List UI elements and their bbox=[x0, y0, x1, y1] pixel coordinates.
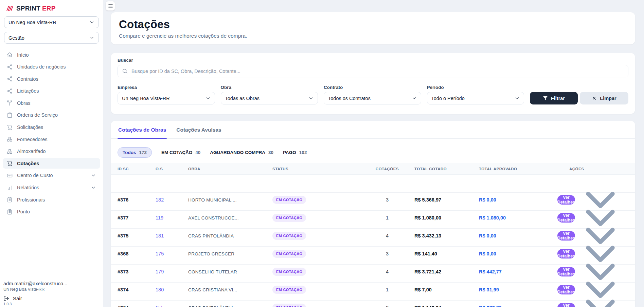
table-body: #376 182 HORTO MUNICIPAL ... EM COTAÇÃO … bbox=[111, 175, 635, 307]
status-filter-em-cotacao[interactable]: EM COTAÇÃO40 bbox=[161, 150, 200, 155]
funnel-icon bbox=[543, 96, 548, 101]
sidebar-item-solicitacoes[interactable]: Solicitações bbox=[3, 122, 100, 133]
empresa-select[interactable]: Un Neg Boa Vista-RR bbox=[118, 92, 215, 104]
row-os-link[interactable]: 181 bbox=[156, 233, 188, 238]
sidebar-footer: adm.matriz@axelconstruco... Un Neg Boa V… bbox=[3, 281, 100, 306]
row-os-link[interactable]: 180 bbox=[156, 287, 188, 292]
sidebar-item-almoxarifado[interactable]: Almoxarifado bbox=[3, 146, 100, 157]
col-total-aprovado: TOTAL APROVADO bbox=[479, 167, 545, 171]
status-badge: EM COTAÇÃO bbox=[272, 232, 306, 240]
row-total-cotado: R$ 3.432,13 bbox=[414, 233, 479, 238]
status-filter-todos[interactable]: Todos172 bbox=[118, 147, 152, 158]
contrato-select[interactable]: Todos os Contratos bbox=[324, 92, 421, 104]
home-icon bbox=[7, 52, 13, 58]
row-total-aprovado: R$ 373,80 bbox=[479, 305, 545, 307]
col-id-sc: ID SC bbox=[118, 167, 156, 171]
sidebar-item-ordens-de-servico[interactable]: Ordens de Serviço bbox=[3, 110, 100, 120]
row-os-link[interactable]: 175 bbox=[156, 251, 188, 256]
sidebar-item-inicio[interactable]: Início bbox=[3, 50, 100, 60]
status-badge: EM COTAÇÃO bbox=[272, 268, 306, 276]
sidebar-toggle-button[interactable] bbox=[106, 1, 115, 11]
filters-card: Buscar Empresa Un Neg Boa Vista-RR Obra … bbox=[111, 53, 635, 114]
page-title: Cotações bbox=[119, 18, 627, 31]
chevron-down-icon bbox=[308, 96, 314, 101]
sidebar-item-cotacoes[interactable]: Cotações bbox=[3, 158, 100, 169]
expand-row-button[interactable] bbox=[575, 301, 626, 307]
app-logo: SPRINTERP bbox=[0, 0, 103, 13]
sidebar-item-centro-de-custo[interactable]: Centro de Custo bbox=[3, 170, 100, 181]
page-subtitle: Compare e gerencie as melhores cotações … bbox=[119, 33, 627, 39]
row-id-sc: #376 bbox=[118, 197, 156, 203]
search-input[interactable] bbox=[118, 65, 628, 77]
col-cotacoes: COTAÇÕES bbox=[360, 167, 414, 171]
row-total-cotado: R$ 141,40 bbox=[414, 251, 479, 256]
row-total-cotado: R$ 7,00 bbox=[414, 287, 479, 292]
row-os-link[interactable]: 182 bbox=[156, 197, 188, 203]
row-total-aprovado: R$ 31,99 bbox=[479, 287, 545, 292]
chevron-down-icon bbox=[412, 96, 417, 101]
tab-bar: Cotações de Obras Cotações Avulsas bbox=[111, 121, 635, 139]
row-obra: AXEL CONSTRUCOE... bbox=[188, 215, 272, 220]
boxes-icon bbox=[7, 149, 13, 154]
status-filter-pago[interactable]: PAGO102 bbox=[283, 150, 307, 155]
row-cotacoes-count: 3 bbox=[360, 251, 414, 256]
limpar-button[interactable]: Limpar bbox=[580, 92, 628, 104]
x-icon bbox=[592, 96, 597, 101]
obra-select[interactable]: Todas as Obras bbox=[221, 92, 318, 104]
empresa-label: Empresa bbox=[118, 85, 215, 90]
col-status: STATUS bbox=[272, 167, 360, 171]
periodo-label: Período bbox=[427, 85, 524, 90]
row-cotacoes-count: 3 bbox=[360, 197, 414, 203]
network-icon bbox=[7, 88, 13, 94]
sidebar-item-unidades-de-negocios[interactable]: Unidades de negócios bbox=[3, 62, 100, 72]
sidebar-item-licitacoes[interactable]: Licitações bbox=[3, 86, 100, 96]
table-row: #376 182 HORTO MUNICIPAL ... EM COTAÇÃO … bbox=[111, 175, 635, 193]
row-id-sc: #375 bbox=[118, 233, 156, 238]
row-id-sc: #377 bbox=[118, 215, 156, 220]
row-obra: CRAS CRISTIANA VI... bbox=[188, 287, 272, 292]
logo-slashes-icon bbox=[6, 4, 14, 13]
row-os-link[interactable]: 179 bbox=[156, 269, 188, 274]
tab-cotacoes-avulsas[interactable]: Cotações Avulsas bbox=[176, 127, 222, 138]
business-unit-select[interactable]: Un Neg Boa Vista-RR bbox=[4, 16, 99, 28]
row-cotacoes-count: 4 bbox=[360, 269, 414, 274]
row-total-aprovado: R$ 0,00 bbox=[479, 233, 545, 238]
row-total-cotado: R$ 5.366,97 bbox=[414, 197, 479, 203]
row-id-sc: #373 bbox=[118, 269, 156, 274]
row-os-link[interactable]: 155 bbox=[156, 305, 188, 307]
banknote-icon bbox=[7, 173, 13, 178]
hamburger-menu-icon bbox=[108, 3, 113, 8]
logout-icon bbox=[3, 295, 9, 301]
status-filter-aguardando-compra[interactable]: AGUARDANDO COMPRA30 bbox=[210, 150, 273, 155]
module-select[interactable]: Gestão bbox=[4, 32, 99, 44]
cart-icon bbox=[7, 160, 13, 166]
sidebar-item-ponto[interactable]: Ponto bbox=[3, 207, 100, 217]
sidebar-item-contratos[interactable]: Contratos bbox=[3, 74, 100, 84]
obra-label: Obra bbox=[221, 85, 318, 90]
status-badge: EM COTAÇÃO bbox=[272, 196, 306, 204]
status-badge: EM COTAÇÃO bbox=[272, 214, 306, 222]
row-cotacoes-count: 3 bbox=[360, 305, 414, 307]
filtrar-button[interactable]: Filtrar bbox=[530, 92, 578, 104]
row-total-cotado: R$ 3.721,42 bbox=[414, 269, 479, 274]
sidebar-item-fornecedores[interactable]: Fornecedores bbox=[3, 134, 100, 145]
cart-icon bbox=[7, 124, 13, 130]
tab-cotacoes-de-obras[interactable]: Cotações de Obras bbox=[118, 127, 167, 138]
table-header: ID SC O.S OBRA STATUS COTAÇÕES TOTAL COT… bbox=[111, 163, 635, 175]
chevron-down-icon bbox=[205, 96, 211, 101]
row-os-link[interactable]: 119 bbox=[156, 215, 188, 220]
sidebar-item-obras[interactable]: Obras bbox=[3, 98, 100, 108]
row-obra: CONSELHO TUTELAR bbox=[188, 269, 272, 274]
clipboard-icon bbox=[7, 112, 13, 118]
bar-chart-icon bbox=[7, 185, 13, 191]
col-os: O.S bbox=[156, 167, 188, 171]
periodo-select[interactable]: Todo o Período bbox=[427, 92, 524, 104]
sidebar-item-relatorios[interactable]: Relatórios bbox=[3, 183, 100, 193]
network-icon bbox=[7, 76, 13, 82]
row-id-sc: #368 bbox=[118, 251, 156, 256]
split-icon bbox=[7, 100, 13, 106]
row-cotacoes-count: 1 bbox=[360, 287, 414, 292]
chevron-down-icon bbox=[89, 20, 94, 25]
sidebar-item-profissionais[interactable]: Profissionais bbox=[3, 194, 100, 205]
logout-button[interactable]: Sair bbox=[3, 295, 100, 301]
